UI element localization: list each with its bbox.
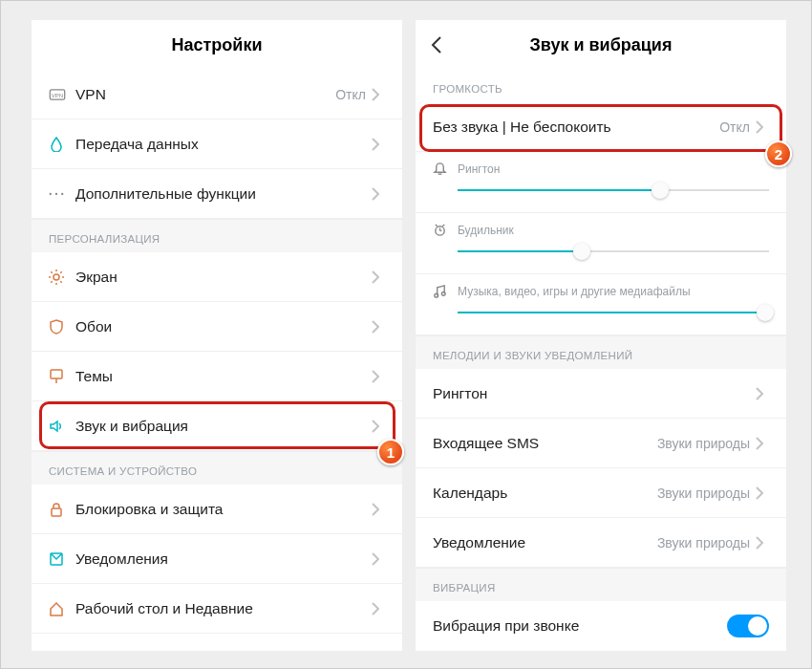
row-sms[interactable]: Входящее SMS Звуки природы [416, 419, 786, 468]
row-calendar[interactable]: Календарь Звуки природы [416, 468, 786, 518]
row-label: Обои [75, 318, 372, 335]
bell-icon [433, 162, 458, 176]
row-notification[interactable]: Уведомление Звуки природы [416, 518, 786, 568]
slider-media: Музыка, видео, игры и другие медиафайлы [416, 274, 786, 335]
music-icon [433, 284, 458, 298]
chevron-right-icon [756, 536, 769, 550]
row-label: VPN [75, 86, 335, 103]
svg-line-12 [51, 281, 53, 283]
slider-label: Рингтон [458, 162, 500, 176]
notification-icon [49, 551, 75, 567]
vpn-icon: VPN [49, 89, 75, 100]
chevron-right-icon [372, 552, 385, 566]
row-label: Рингтон [433, 385, 750, 402]
slider-label: Музыка, видео, игры и другие медиафайлы [458, 285, 691, 298]
section-vibration: ВИБРАЦИЯ [416, 568, 786, 601]
lock-icon [49, 502, 75, 517]
svg-rect-16 [52, 508, 61, 516]
svg-point-25 [441, 291, 445, 295]
slider-alarm: Будильник [416, 213, 786, 274]
row-wallpaper[interactable]: Обои [32, 302, 402, 352]
chevron-right-icon [372, 88, 385, 101]
speaker-icon [49, 419, 75, 434]
chevron-right-icon [372, 270, 385, 284]
row-home-recents[interactable]: Рабочий стол и Недавние [32, 584, 402, 634]
row-label: Темы [75, 368, 372, 385]
row-data-usage[interactable]: Передача данных [32, 119, 402, 169]
row-label: Уведомление [433, 534, 657, 551]
row-more-features[interactable]: Дополнительные функции [32, 169, 402, 219]
row-label: Вибрация при звонке [433, 617, 727, 635]
row-label: Передача данных [75, 136, 372, 153]
svg-line-22 [436, 225, 438, 227]
row-screen[interactable]: Экран [32, 252, 402, 302]
svg-line-10 [51, 271, 53, 273]
droplet-icon [49, 137, 75, 152]
chevron-right-icon [372, 138, 385, 151]
row-notifications[interactable]: Уведомления [32, 534, 402, 584]
chevron-right-icon [372, 602, 385, 615]
chevron-right-icon [372, 320, 385, 334]
section-volume: ГРОМКОСТЬ [416, 70, 786, 102]
svg-point-4 [61, 192, 63, 194]
row-value: Звуки природы [657, 486, 750, 501]
row-ringtone[interactable]: Рингтон [416, 369, 786, 419]
row-sound-vibration[interactable]: Звук и вибрация [32, 401, 402, 451]
shield-icon [49, 319, 75, 334]
sound-vibration-screen: Звук и вибрация ГРОМКОСТЬ Без звука | Не… [416, 20, 786, 651]
row-lock-security[interactable]: Блокировка и защита [32, 485, 402, 534]
row-value: Откл [335, 87, 366, 102]
chevron-right-icon [756, 437, 769, 450]
home-icon [49, 601, 75, 616]
page-title: Настройки [172, 35, 263, 55]
back-button[interactable] [425, 33, 448, 56]
row-label: Блокировка и защита [75, 501, 372, 518]
section-system: СИСТЕМА И УСТРОЙСТВО [32, 451, 402, 485]
row-label: Уведомления [75, 550, 372, 568]
svg-point-24 [435, 293, 438, 297]
svg-line-13 [60, 271, 61, 273]
row-label: Календарь [433, 485, 657, 502]
row-themes[interactable]: Темы [32, 352, 402, 401]
row-label: Без звука | Не беспокоить [433, 119, 719, 136]
volume-slider[interactable] [458, 306, 769, 319]
alarm-icon [433, 223, 458, 237]
volume-slider[interactable] [458, 245, 769, 258]
toggle-switch[interactable] [727, 615, 769, 637]
more-icon [49, 192, 75, 196]
brush-icon [49, 369, 75, 384]
page-title: Звук и вибрация [530, 35, 673, 55]
row-label: Звук и вибрация [75, 418, 372, 435]
section-melodies: МЕЛОДИИ И ЗВУКИ УВЕДОМЛЕНИЙ [416, 335, 786, 369]
row-value: Звуки природы [657, 535, 750, 550]
chevron-right-icon [756, 120, 769, 134]
section-personalization: ПЕРСОНАЛИЗАЦИЯ [32, 219, 402, 252]
slider-ringtone: Рингтон [416, 152, 786, 213]
row-vpn[interactable]: VPN VPN Откл [32, 70, 402, 119]
svg-line-23 [442, 225, 444, 227]
row-dnd[interactable]: Без звука | Не беспокоить Откл [416, 102, 786, 152]
settings-screen: Настройки VPN VPN Откл Передача данных Д… [32, 20, 402, 651]
svg-point-5 [53, 274, 59, 280]
svg-text:VPN: VPN [52, 92, 63, 97]
volume-slider[interactable] [458, 183, 769, 197]
svg-point-3 [55, 192, 57, 194]
svg-rect-14 [51, 370, 62, 378]
chevron-right-icon [372, 420, 385, 433]
row-vibrate-on-call[interactable]: Вибрация при звонке [416, 601, 786, 651]
row-value: Звуки природы [657, 436, 750, 451]
svg-point-2 [50, 192, 52, 194]
chevron-right-icon [372, 187, 385, 201]
sun-icon [49, 270, 75, 285]
slider-label: Будильник [458, 224, 514, 237]
chevron-right-icon [372, 370, 385, 383]
row-value: Откл [719, 119, 750, 135]
header: Звук и вибрация [416, 20, 786, 70]
row-label: Дополнительные функции [75, 185, 372, 203]
row-label: Входящее SMS [433, 435, 657, 452]
chevron-right-icon [372, 503, 385, 516]
svg-line-11 [60, 281, 61, 283]
chevron-right-icon [756, 486, 769, 500]
row-label: Экран [75, 269, 372, 286]
header: Настройки [32, 20, 402, 70]
